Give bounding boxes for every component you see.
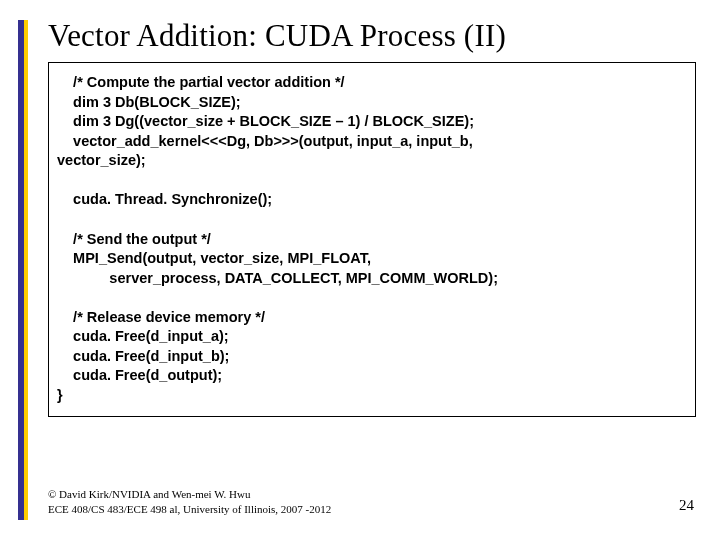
accent-bar [18, 20, 28, 520]
slide: Vector Addition: CUDA Process (II) /* Co… [0, 0, 720, 540]
slide-title: Vector Addition: CUDA Process (II) [48, 18, 696, 54]
page-number: 24 [679, 497, 694, 514]
footer-line-1: © David Kirk/NVIDIA and Wen-mei W. Hwu [48, 487, 331, 501]
footer-line-2: ECE 408/CS 483/ECE 498 al, University of… [48, 502, 331, 516]
code-block: /* Compute the partial vector addition *… [48, 62, 696, 417]
accent-bar-gold [24, 20, 28, 520]
footer-credits: © David Kirk/NVIDIA and Wen-mei W. Hwu E… [48, 487, 331, 516]
